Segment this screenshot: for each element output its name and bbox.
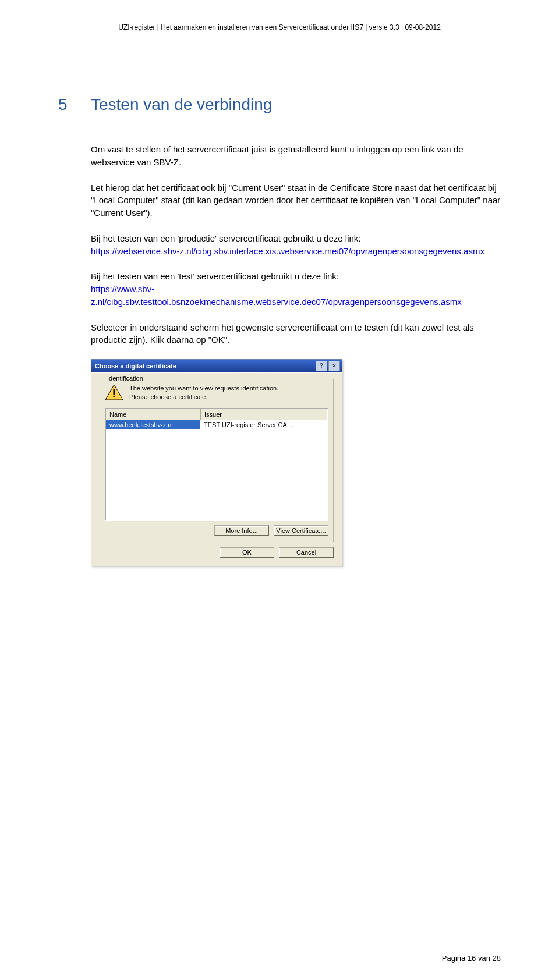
- text: re Info...: [234, 527, 257, 534]
- paragraph: Selecteer in onderstaand scherm het gewe…: [91, 321, 501, 347]
- text: M: [225, 527, 231, 534]
- identification-text: The website you want to view requests id…: [129, 384, 278, 402]
- cert-issuer: TEST UZI-register Server CA ...: [200, 420, 327, 429]
- text: The website you want to view requests id…: [129, 384, 278, 393]
- productie-link[interactable]: https://webservice.sbv-z.nl/cibg.sbv.int…: [91, 246, 484, 256]
- text: iew Certificate...: [280, 527, 326, 534]
- text: Please choose a certificate.: [129, 393, 278, 402]
- warning-icon: [105, 384, 123, 400]
- svg-rect-1: [114, 389, 115, 395]
- test-link[interactable]: https://www.sbv-z.nl/cibg.sbv.testtool.b…: [91, 284, 462, 307]
- dialog-titlebar: Choose a digital certificate ? ×: [91, 360, 342, 372]
- view-certificate-button[interactable]: View Certificate...: [274, 525, 328, 536]
- section-title: Testen van de verbinding: [91, 95, 272, 114]
- certificate-list[interactable]: Name Issuer www.henk.testsbv-z.nl TEST U…: [105, 408, 328, 521]
- column-header-issuer[interactable]: Issuer: [201, 409, 327, 420]
- cert-name: www.henk.testsbv-z.nl: [106, 420, 200, 429]
- section-number: 5: [58, 95, 70, 114]
- paragraph: Bij het testen van een 'test' servercert…: [91, 270, 501, 308]
- paragraph: Let hierop dat het certificaat ook bij "…: [91, 182, 501, 219]
- text: Bij het testen van een 'test' servercert…: [91, 271, 339, 281]
- dialog-title: Choose a digital certificate: [95, 363, 176, 370]
- identification-group: Identification The website you want to v…: [100, 379, 334, 542]
- more-info-button[interactable]: More Info...: [214, 525, 269, 536]
- svg-rect-2: [114, 396, 115, 397]
- table-row[interactable]: www.henk.testsbv-z.nl TEST UZI-register …: [106, 420, 327, 429]
- ok-button[interactable]: OK: [220, 547, 274, 558]
- help-icon[interactable]: ?: [316, 361, 327, 371]
- group-label: Identification: [105, 375, 146, 382]
- column-header-name[interactable]: Name: [106, 409, 201, 420]
- paragraph: Om vast te stellen of het servercertific…: [91, 143, 501, 169]
- choose-certificate-dialog: Choose a digital certificate ? × Identif…: [91, 359, 342, 566]
- close-icon[interactable]: ×: [328, 361, 340, 371]
- page-header: UZI-register | Het aanmaken en installer…: [58, 23, 501, 31]
- text: Bij het testen van een 'productie' serve…: [91, 233, 360, 243]
- cancel-button[interactable]: Cancel: [279, 547, 334, 558]
- page-footer: Pagina 16 van 28: [442, 954, 501, 963]
- paragraph: Bij het testen van een 'productie' serve…: [91, 232, 501, 258]
